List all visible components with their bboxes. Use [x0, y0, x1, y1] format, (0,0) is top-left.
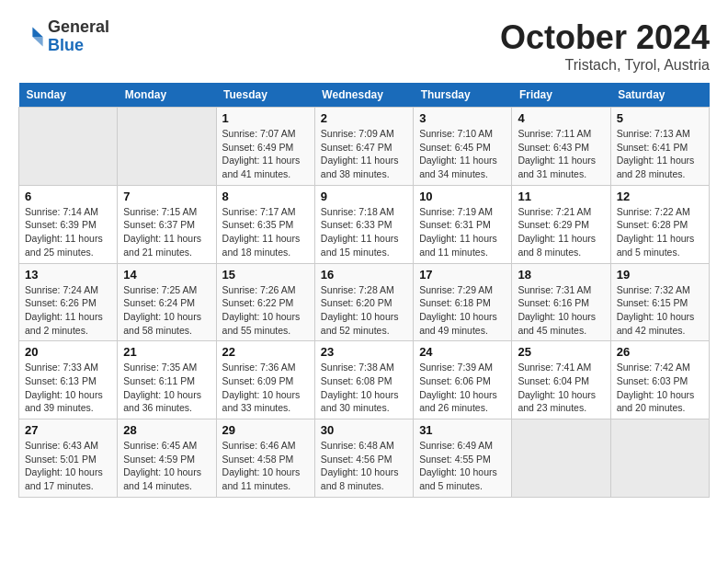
calendar-cell: 5Sunrise: 7:13 AMSunset: 6:41 PMDaylight…: [610, 108, 709, 186]
day-info: Sunrise: 7:15 AMSunset: 6:37 PMDaylight:…: [123, 205, 210, 259]
day-number: 15: [222, 268, 309, 282]
day-number: 31: [419, 423, 506, 437]
calendar-cell: 26Sunrise: 7:42 AMSunset: 6:03 PMDayligh…: [610, 341, 709, 419]
day-info: Sunrise: 7:26 AMSunset: 6:22 PMDaylight:…: [222, 283, 309, 338]
weekday-header: Saturday: [610, 83, 709, 108]
calendar-cell: 7Sunrise: 7:15 AMSunset: 6:37 PMDaylight…: [118, 185, 216, 263]
day-info: Sunrise: 6:49 AMSunset: 4:55 PMDaylight:…: [419, 439, 506, 493]
page-header: General Blue October 2024 Tristach, Tyro…: [18, 18, 710, 74]
calendar-week-row: 1Sunrise: 7:07 AMSunset: 6:49 PMDaylight…: [19, 108, 710, 186]
day-number: 24: [419, 345, 506, 359]
calendar-cell: 29Sunrise: 6:46 AMSunset: 4:58 PMDayligh…: [216, 419, 314, 498]
day-number: 4: [518, 111, 604, 125]
day-number: 6: [25, 190, 111, 203]
calendar-week-row: 6Sunrise: 7:14 AMSunset: 6:39 PMDaylight…: [19, 185, 710, 263]
day-number: 8: [222, 190, 309, 203]
day-info: Sunrise: 7:10 AMSunset: 6:45 PMDaylight:…: [419, 127, 506, 181]
weekday-header-row: SundayMondayTuesdayWednesdayThursdayFrid…: [19, 83, 710, 108]
day-info: Sunrise: 7:17 AMSunset: 6:35 PMDaylight:…: [222, 205, 309, 259]
calendar-cell: 1Sunrise: 7:07 AMSunset: 6:49 PMDaylight…: [216, 108, 314, 186]
logo-text: General Blue: [48, 18, 109, 55]
day-number: 2: [321, 111, 407, 125]
svg-marker-1: [32, 37, 42, 47]
day-info: Sunrise: 7:22 AMSunset: 6:28 PMDaylight:…: [617, 205, 703, 259]
day-info: Sunrise: 7:21 AMSunset: 6:29 PMDaylight:…: [518, 205, 604, 259]
calendar-cell: 17Sunrise: 7:29 AMSunset: 6:18 PMDayligh…: [414, 263, 512, 341]
logo-general: General: [48, 17, 109, 36]
day-info: Sunrise: 7:24 AMSunset: 6:26 PMDaylight:…: [25, 283, 111, 338]
calendar-cell: 20Sunrise: 7:33 AMSunset: 6:13 PMDayligh…: [19, 341, 118, 419]
calendar-week-row: 27Sunrise: 6:43 AMSunset: 5:01 PMDayligh…: [19, 419, 710, 498]
day-number: 23: [321, 345, 407, 359]
location-subtitle: Tristach, Tyrol, Austria: [500, 57, 710, 74]
day-number: 21: [123, 345, 210, 359]
calendar-cell: 8Sunrise: 7:17 AMSunset: 6:35 PMDaylight…: [216, 185, 314, 263]
day-number: 5: [617, 111, 703, 125]
calendar-cell: 22Sunrise: 7:36 AMSunset: 6:09 PMDayligh…: [216, 341, 314, 419]
calendar-cell: 24Sunrise: 7:39 AMSunset: 6:06 PMDayligh…: [414, 341, 512, 419]
day-info: Sunrise: 7:42 AMSunset: 6:03 PMDaylight:…: [617, 361, 703, 415]
calendar-cell: 6Sunrise: 7:14 AMSunset: 6:39 PMDaylight…: [19, 185, 118, 263]
calendar-cell: 16Sunrise: 7:28 AMSunset: 6:20 PMDayligh…: [314, 263, 413, 341]
day-info: Sunrise: 7:13 AMSunset: 6:41 PMDaylight:…: [617, 127, 703, 181]
calendar-cell: [19, 108, 118, 186]
day-info: Sunrise: 6:48 AMSunset: 4:56 PMDaylight:…: [321, 439, 407, 493]
day-number: 18: [518, 268, 604, 282]
calendar-cell: 15Sunrise: 7:26 AMSunset: 6:22 PMDayligh…: [216, 263, 314, 341]
calendar-table: SundayMondayTuesdayWednesdayThursdayFrid…: [18, 83, 710, 498]
day-number: 16: [321, 268, 407, 282]
day-number: 28: [123, 423, 210, 437]
calendar-cell: 28Sunrise: 6:45 AMSunset: 4:59 PMDayligh…: [118, 419, 216, 498]
day-number: 26: [617, 345, 703, 359]
logo-blue-text: Blue: [48, 36, 84, 54]
day-number: 3: [419, 111, 506, 125]
calendar-cell: 4Sunrise: 7:11 AMSunset: 6:43 PMDaylight…: [512, 108, 610, 186]
day-info: Sunrise: 6:45 AMSunset: 4:59 PMDaylight:…: [123, 439, 210, 493]
weekday-header: Thursday: [414, 83, 512, 108]
day-number: 30: [321, 423, 407, 437]
calendar-cell: [512, 419, 610, 498]
day-info: Sunrise: 7:31 AMSunset: 6:16 PMDaylight:…: [518, 283, 604, 338]
day-number: 10: [419, 190, 506, 203]
day-info: Sunrise: 7:07 AMSunset: 6:49 PMDaylight:…: [222, 127, 309, 181]
calendar-cell: 19Sunrise: 7:32 AMSunset: 6:15 PMDayligh…: [610, 263, 709, 341]
svg-marker-0: [32, 27, 42, 37]
day-info: Sunrise: 7:38 AMSunset: 6:08 PMDaylight:…: [321, 361, 407, 415]
day-number: 17: [419, 268, 506, 282]
calendar-cell: 21Sunrise: 7:35 AMSunset: 6:11 PMDayligh…: [118, 341, 216, 419]
day-info: Sunrise: 7:25 AMSunset: 6:24 PMDaylight:…: [123, 283, 210, 338]
calendar-cell: 10Sunrise: 7:19 AMSunset: 6:31 PMDayligh…: [414, 185, 512, 263]
logo-icon: [18, 24, 44, 50]
day-number: 27: [25, 423, 111, 437]
calendar-cell: 9Sunrise: 7:18 AMSunset: 6:33 PMDaylight…: [314, 185, 413, 263]
day-number: 19: [617, 268, 703, 282]
weekday-header: Sunday: [19, 83, 118, 108]
weekday-header: Wednesday: [314, 83, 413, 108]
day-number: 20: [25, 345, 111, 359]
calendar-cell: 12Sunrise: 7:22 AMSunset: 6:28 PMDayligh…: [610, 185, 709, 263]
calendar-week-row: 20Sunrise: 7:33 AMSunset: 6:13 PMDayligh…: [19, 341, 710, 419]
day-number: 13: [25, 268, 111, 282]
day-info: Sunrise: 7:32 AMSunset: 6:15 PMDaylight:…: [617, 283, 703, 338]
calendar-cell: 25Sunrise: 7:41 AMSunset: 6:04 PMDayligh…: [512, 341, 610, 419]
day-number: 22: [222, 345, 309, 359]
day-info: Sunrise: 6:46 AMSunset: 4:58 PMDaylight:…: [222, 439, 309, 493]
calendar-cell: 31Sunrise: 6:49 AMSunset: 4:55 PMDayligh…: [414, 419, 512, 498]
weekday-header: Friday: [512, 83, 610, 108]
day-info: Sunrise: 7:11 AMSunset: 6:43 PMDaylight:…: [518, 127, 604, 181]
day-info: Sunrise: 7:19 AMSunset: 6:31 PMDaylight:…: [419, 205, 506, 259]
day-info: Sunrise: 7:14 AMSunset: 6:39 PMDaylight:…: [25, 205, 111, 259]
day-number: 7: [123, 190, 210, 203]
day-number: 9: [321, 190, 407, 203]
day-number: 12: [617, 190, 703, 203]
calendar-cell: [118, 108, 216, 186]
day-info: Sunrise: 7:41 AMSunset: 6:04 PMDaylight:…: [518, 361, 604, 415]
day-info: Sunrise: 7:29 AMSunset: 6:18 PMDaylight:…: [419, 283, 506, 338]
day-number: 1: [222, 111, 309, 125]
calendar-cell: 30Sunrise: 6:48 AMSunset: 4:56 PMDayligh…: [314, 419, 413, 498]
weekday-header: Tuesday: [216, 83, 314, 108]
calendar-cell: 27Sunrise: 6:43 AMSunset: 5:01 PMDayligh…: [19, 419, 118, 498]
day-number: 25: [518, 345, 604, 359]
day-number: 29: [222, 423, 309, 437]
month-title: October 2024: [500, 18, 710, 57]
